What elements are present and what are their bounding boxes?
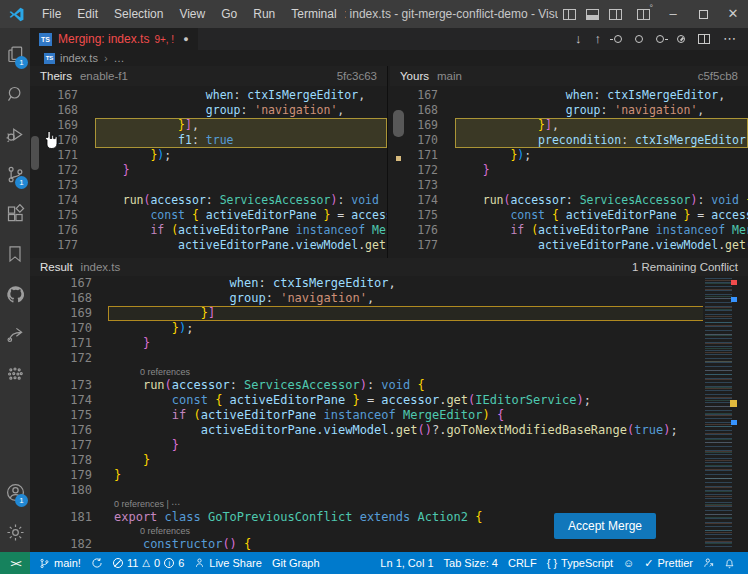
code-line[interactable]: 169 }] bbox=[30, 306, 748, 321]
maximize-button[interactable] bbox=[688, 0, 718, 28]
minimize-button[interactable]: – bbox=[658, 0, 688, 28]
menu-terminal[interactable]: Terminal bbox=[283, 0, 344, 28]
open-base-file-icon[interactable] bbox=[677, 35, 685, 43]
result-code-editor[interactable]: 167 when: ctxIsMergeEditor,168 group: 'n… bbox=[30, 276, 748, 552]
code-line[interactable]: 180 bbox=[30, 483, 748, 498]
code-line[interactable]: 171 }); bbox=[30, 148, 387, 163]
code-line[interactable]: 170 precondition: ctxIsMergeEditor bbox=[390, 133, 748, 148]
person-account-icon[interactable] bbox=[698, 557, 719, 569]
code-line[interactable]: 167 when: ctxIsMergeEditor, bbox=[30, 88, 387, 103]
menu-file[interactable]: File bbox=[34, 0, 69, 28]
menu-go[interactable]: Go bbox=[213, 0, 245, 28]
close-button[interactable]: ✕ bbox=[718, 0, 748, 28]
eol-status[interactable]: CRLF bbox=[503, 557, 542, 569]
menu-edit[interactable]: Edit bbox=[69, 0, 106, 28]
accept-merge-button[interactable]: Accept Merge bbox=[554, 513, 656, 539]
code-line[interactable]: 171 } bbox=[30, 336, 748, 351]
code-line[interactable]: 178 } bbox=[30, 453, 748, 468]
code-line[interactable]: 167 when: ctxIsMergeEditor, bbox=[390, 88, 748, 103]
result-title: Result bbox=[40, 261, 73, 273]
toggle-sidebar-icon[interactable] bbox=[563, 9, 576, 20]
yours-scrollbar-handle[interactable] bbox=[393, 110, 404, 137]
code-line[interactable]: 177 activeEditorPane.viewModel.get()?. bbox=[30, 238, 387, 253]
bookmarks-icon[interactable] bbox=[0, 234, 30, 274]
yours-code-editor[interactable]: 167 when: ctxIsMergeEditor,168 group: 'n… bbox=[390, 86, 748, 258]
code-line[interactable]: 176 activeEditorPane.viewModel.get()?.go… bbox=[30, 423, 748, 438]
toggle-secondary-sidebar-icon[interactable] bbox=[609, 9, 622, 20]
github-icon[interactable] bbox=[0, 274, 30, 314]
breadcrumb-file[interactable]: index.ts bbox=[60, 52, 98, 64]
live-share-status[interactable]: Live Share bbox=[189, 557, 267, 569]
feedback-smiley-icon[interactable]: ☺ bbox=[618, 557, 639, 569]
code-line[interactable]: 168 group: 'navigation', bbox=[30, 291, 748, 306]
explorer-icon[interactable]: 1 bbox=[0, 34, 30, 74]
code-line[interactable]: 167 when: ctxIsMergeEditor, bbox=[30, 276, 748, 291]
search-icon[interactable] bbox=[0, 74, 30, 114]
code-line[interactable]: 176 if (activeEditorPane instanceof Merg… bbox=[390, 223, 748, 238]
prettier-status[interactable]: ✓ Prettier bbox=[639, 557, 698, 570]
language-status[interactable]: { } TypeScript bbox=[542, 557, 618, 569]
split-editor-icon[interactable] bbox=[698, 34, 710, 44]
tab-merging-index-ts[interactable]: TS Merging: index.ts 9+, ! ● bbox=[30, 28, 199, 50]
sync-status[interactable] bbox=[86, 557, 108, 569]
minimap[interactable] bbox=[703, 276, 737, 552]
menu-view[interactable]: View bbox=[171, 0, 213, 28]
code-line[interactable]: 169 }], bbox=[30, 118, 387, 133]
overview-ruler[interactable] bbox=[737, 276, 748, 552]
layout-mixed-icon[interactable] bbox=[614, 35, 622, 43]
code-line[interactable]: 175 const { activeEditorPane } = accesso… bbox=[30, 208, 387, 223]
remote-indicator[interactable]: >< bbox=[0, 552, 30, 574]
problems-status[interactable]: 11 △ 0 i 6 bbox=[108, 557, 189, 569]
code-line[interactable]: 175 const { activeEditorPane } = accesso… bbox=[390, 208, 748, 223]
source-control-icon[interactable]: 1 bbox=[0, 154, 30, 194]
theirs-scrollbar-handle[interactable] bbox=[31, 136, 39, 170]
more-actions-icon[interactable]: ⋯ bbox=[723, 28, 736, 50]
codelens[interactable]: 0 references bbox=[30, 366, 748, 378]
tab-modified-icon[interactable]: ● bbox=[183, 34, 188, 44]
code-line[interactable]: 171 }); bbox=[390, 148, 748, 163]
layout-columns-icon[interactable] bbox=[635, 35, 643, 43]
code-line[interactable]: 174 run(accessor: ServicesAccessor): voi… bbox=[390, 193, 748, 208]
run-debug-icon[interactable] bbox=[0, 114, 30, 154]
code-line[interactable]: 169 }], bbox=[390, 118, 748, 133]
code-line[interactable]: 177 activeEditorPane.viewModel.get()?. bbox=[390, 238, 748, 253]
breadcrumb-more[interactable]: … bbox=[114, 52, 125, 64]
indentation-status[interactable]: Tab Size: 4 bbox=[439, 557, 503, 569]
code-line[interactable]: 174 run(accessor: ServicesAccessor): voi… bbox=[30, 193, 387, 208]
code-line[interactable]: 172 } bbox=[30, 163, 387, 178]
go-to-previous-conflict-icon[interactable]: ↑ bbox=[595, 28, 602, 50]
menu-run[interactable]: Run bbox=[245, 0, 283, 28]
accounts-icon[interactable]: 1 bbox=[0, 472, 30, 512]
toggle-panel-icon[interactable] bbox=[586, 9, 599, 20]
code-line[interactable]: 172 bbox=[30, 351, 748, 366]
extensions-icon[interactable] bbox=[0, 194, 30, 234]
code-line[interactable]: 173 run(accessor: ServicesAccessor): voi… bbox=[30, 378, 748, 393]
breadcrumb[interactable]: TS index.ts › … bbox=[30, 50, 748, 66]
code-line[interactable]: 168 group: 'navigation', bbox=[30, 103, 387, 118]
settings-gear-icon[interactable] bbox=[0, 512, 30, 552]
code-line[interactable]: 177 } bbox=[30, 438, 748, 453]
code-line[interactable]: 170 f1: true bbox=[30, 133, 387, 148]
git-graph-status[interactable]: Git Graph bbox=[267, 557, 325, 569]
code-line[interactable]: 176 if (activeEditorPane instanceof Merg… bbox=[30, 223, 387, 238]
notifications-bell-icon[interactable] bbox=[719, 557, 740, 569]
codelens[interactable]: 0 references | ⋯ bbox=[30, 498, 748, 510]
code-line[interactable]: 170 }); bbox=[30, 321, 748, 336]
customize-layout-icon[interactable] bbox=[637, 9, 650, 20]
code-line[interactable]: 172 } bbox=[390, 163, 748, 178]
live-share-icon[interactable] bbox=[0, 314, 30, 354]
code-line[interactable]: 175 if (activeEditorPane instanceof Merg… bbox=[30, 408, 748, 423]
code-line[interactable]: 168 group: 'navigation', bbox=[390, 103, 748, 118]
code-line[interactable]: 179} bbox=[30, 468, 748, 483]
code-line[interactable]: 173 bbox=[390, 178, 748, 193]
code-line[interactable]: 182 constructor() { bbox=[30, 537, 748, 552]
menu-selection[interactable]: Selection bbox=[106, 0, 171, 28]
dots-extension-icon[interactable] bbox=[0, 354, 30, 394]
cursor-position-status[interactable]: Ln 1, Col 1 bbox=[375, 557, 438, 569]
layout-base-icon[interactable] bbox=[656, 35, 664, 43]
code-line[interactable]: 174 const { activeEditorPane } = accesso… bbox=[30, 393, 748, 408]
code-line[interactable]: 173 bbox=[30, 178, 387, 193]
theirs-code-editor[interactable]: 167 when: ctxIsMergeEditor,168 group: 'n… bbox=[30, 86, 387, 258]
go-to-next-conflict-icon[interactable]: ↓ bbox=[575, 28, 582, 50]
branch-status[interactable]: main! bbox=[34, 557, 86, 570]
